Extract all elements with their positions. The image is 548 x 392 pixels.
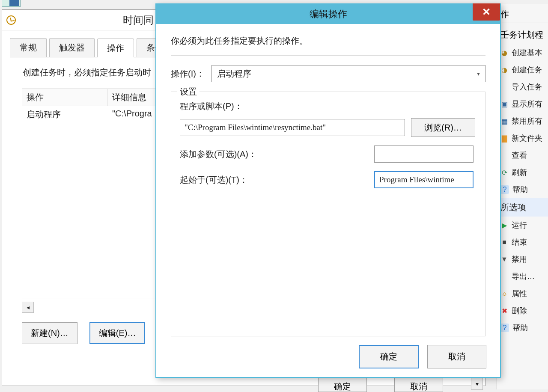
display-icon: ▣: [500, 100, 508, 108]
program-input[interactable]: "C:\Program Files\wintime\resynctime.bat…: [180, 119, 405, 136]
action-delete[interactable]: ✖删除: [497, 302, 548, 319]
chevron-down-icon: ▼: [500, 255, 508, 263]
blank-icon: [500, 151, 508, 159]
action-disable-all[interactable]: ▦禁用所有: [497, 113, 548, 130]
table-header: 操作 详细信息: [22, 89, 163, 106]
browse-button[interactable]: 浏览(R)…: [411, 118, 475, 137]
action-help-2[interactable]: ?帮助: [497, 319, 548, 336]
parent-cancel-button[interactable]: 取消: [394, 378, 443, 392]
clock-icon: ◕: [500, 49, 508, 56]
parent-ok-cancel-row: 确定 取消: [318, 378, 443, 392]
close-icon: ✖: [500, 307, 508, 315]
program-label: 程序或脚本(P)：: [180, 101, 477, 112]
startin-input[interactable]: Program Files\wintime: [374, 171, 474, 188]
clock-icon: [6, 15, 16, 25]
chevron-down-icon: ▾: [477, 70, 480, 77]
parent-ok-button[interactable]: 确定: [318, 378, 367, 392]
group-title: 设置: [177, 86, 200, 98]
action-export[interactable]: 导出…: [497, 268, 548, 285]
action-import-task[interactable]: 导入任务: [497, 78, 548, 95]
action-disable[interactable]: ▼禁用: [497, 251, 548, 268]
lock-icon: ▦: [500, 117, 508, 125]
action-help[interactable]: ?帮助: [497, 181, 548, 198]
modal-title: 编辑操作: [310, 8, 347, 21]
row-detail-cell: "C:\Progra: [108, 106, 163, 123]
play-icon: ▶: [500, 221, 508, 229]
blank-icon: [500, 273, 508, 280]
close-button[interactable]: ✕: [473, 3, 500, 21]
action-create-basic-task[interactable]: ◕创建基本: [497, 44, 548, 61]
actions-subheader-label: 壬务计划程: [497, 23, 548, 44]
action-show-all[interactable]: ▣显示所有: [497, 95, 548, 113]
gear-icon: ☼: [500, 290, 508, 297]
actions-header-label: 作: [497, 4, 548, 23]
tab-triggers[interactable]: 触发器: [49, 38, 95, 57]
arguments-input[interactable]: [374, 146, 474, 163]
actions-panel: 作 壬务计划程 ◕创建基本 ◑创建任务 导入任务 ▣显示所有 ▦禁用所有 ▇新文…: [497, 4, 548, 389]
scroll-left-button[interactable]: ◂: [22, 302, 34, 313]
help-icon: ?: [500, 185, 509, 194]
scroll-down-button[interactable]: ▾: [471, 378, 483, 390]
ok-button[interactable]: 确定: [359, 345, 419, 368]
parent-window-title: 时间同: [123, 13, 154, 27]
tab-actions[interactable]: 操作: [97, 39, 134, 57]
action-end[interactable]: ■结束: [497, 234, 548, 251]
action-create-task[interactable]: ◑创建任务: [497, 61, 548, 78]
stop-icon: ■: [500, 238, 508, 246]
col-action-header[interactable]: 操作: [22, 89, 108, 106]
clock-icon: ◑: [500, 66, 508, 74]
action-label: 操作(I)：: [171, 68, 205, 80]
folder-icon: ▇: [500, 134, 508, 142]
cancel-button[interactable]: 取消: [427, 345, 486, 368]
action-run[interactable]: ▶运行: [497, 217, 548, 234]
action-new-folder[interactable]: ▇新文件夹: [497, 130, 548, 147]
startin-label: 起始于(可选)(T)：: [180, 174, 368, 186]
edit-button[interactable]: 编辑(E)…: [89, 322, 146, 344]
action-refresh[interactable]: ⟳刷新: [497, 164, 548, 181]
refresh-icon: ⟳: [500, 169, 508, 176]
action-properties[interactable]: ☼属性: [497, 285, 548, 302]
help-icon: ?: [500, 324, 509, 332]
action-view[interactable]: 查看: [497, 147, 548, 164]
action-select[interactable]: 启动程序 ▾: [211, 65, 485, 82]
app-icon-overlay: [9, 0, 19, 6]
modal-instruction: 你必须为此任务指定要执行的操作。: [171, 35, 485, 47]
table-row[interactable]: 启动程序 "C:\Progra: [22, 106, 163, 123]
modal-titlebar[interactable]: 编辑操作 ✕: [156, 4, 500, 24]
divider: [171, 55, 485, 56]
action-select-value: 启动程序: [217, 68, 251, 80]
tab-general[interactable]: 常规: [10, 38, 47, 57]
actions-table: 操作 详细信息 启动程序 "C:\Progra: [22, 89, 163, 299]
row-action-cell: 启动程序: [22, 106, 108, 123]
arguments-label: 添加参数(可选)(A)：: [180, 148, 368, 160]
actions-section-selected: 所选项: [497, 198, 548, 217]
settings-group: 设置 程序或脚本(P)： "C:\Program Files\wintime\r…: [171, 92, 485, 336]
edit-action-dialog: 编辑操作 ✕ 你必须为此任务指定要执行的操作。 操作(I)： 启动程序 ▾ 设置…: [155, 3, 501, 378]
new-button[interactable]: 新建(N)…: [22, 322, 77, 344]
col-detail-header[interactable]: 详细信息: [108, 89, 163, 106]
blank-icon: [500, 83, 508, 91]
